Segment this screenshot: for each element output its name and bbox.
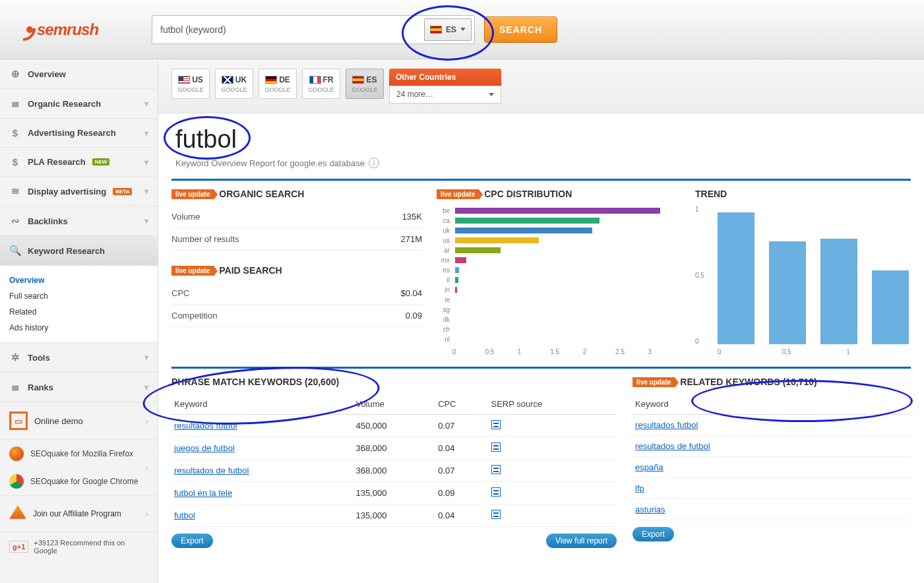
axis-tick: 1.5 (550, 348, 582, 355)
sidebar-item-overview[interactable]: ⊕Overview (0, 59, 158, 89)
keyword-link[interactable]: resultados de futbol (174, 466, 249, 476)
country-sub: GOOGLE (264, 86, 290, 93)
seoquake-chrome-link[interactable]: SEOquake for Google Chrome (0, 468, 158, 495)
country-code: ES (366, 75, 377, 84)
chevron-down-icon: ▾ (144, 99, 148, 108)
cpc-country-label: be (437, 207, 450, 214)
serp-source-icon[interactable] (491, 443, 501, 452)
subnav-full-search[interactable]: Full search (0, 288, 158, 304)
country-sub: GOOGLE (352, 86, 377, 93)
export-button[interactable]: Export (171, 534, 213, 548)
cpc-country-label: es (437, 266, 450, 274)
country-tab-es[interactable]: ESGOOGLE (346, 69, 384, 99)
cpc-country-label: uk (437, 227, 450, 234)
sidebar-item-keyword-research[interactable]: 🔍Keyword Research (0, 236, 158, 266)
country-tab-de[interactable]: DEGOOGLE (259, 69, 297, 99)
online-demo-link[interactable]: ▭ Online demo › (0, 402, 158, 440)
search-input[interactable] (160, 24, 424, 35)
database-select-label: ES (446, 25, 456, 34)
country-code: FR (323, 75, 334, 84)
trend-bar (820, 239, 857, 344)
search-button[interactable]: SEARCH (484, 16, 557, 43)
metric-value: 271M (400, 234, 422, 244)
keyword-link[interactable]: resultados futbol (174, 421, 237, 431)
chevron-down-icon: ▾ (144, 353, 148, 362)
keyword-link[interactable]: futbol en la tele (174, 488, 232, 498)
search-box: ES (152, 15, 475, 44)
sidebar-item-organic-research[interactable]: ≣Organic Research▾ (0, 89, 158, 119)
cpc-bar (455, 287, 457, 293)
view-full-report-button[interactable]: View full report (546, 534, 617, 548)
volume-cell: 450,000 (353, 415, 435, 437)
flag-es-icon (352, 76, 364, 84)
metric-value: 135K (402, 212, 422, 222)
subnav-related[interactable]: Related (0, 304, 158, 320)
sidebar-item-tools[interactable]: ✲Tools▾ (0, 343, 158, 373)
sidebar-item-advertising-research[interactable]: $Advertising Research▾ (0, 119, 158, 148)
monitor-icon: ▭ (9, 412, 28, 430)
metric-value: 0.09 (406, 311, 422, 321)
metric-label: Competition (171, 311, 217, 321)
axis-tick: 0 (718, 348, 782, 355)
sidebar-item-label: Organic Research (28, 99, 101, 109)
nav-icon: ∾ (9, 215, 21, 227)
badge-new: NEW (92, 158, 110, 166)
live-update-badge: live update (437, 189, 479, 199)
flag-es-icon (430, 26, 442, 34)
info-icon[interactable]: i (369, 158, 379, 168)
sidebar-item-label: Display advertising (28, 187, 106, 197)
table-header: CPC (435, 394, 488, 415)
seoquake-chrome-label: SEOquake for Google Chrome (30, 477, 138, 486)
country-tab-fr[interactable]: FRGOOGLE (302, 69, 340, 99)
sidebar-item-pla-research[interactable]: $PLA ResearchNEW▾ (0, 148, 158, 177)
keyword-link[interactable]: españa (635, 462, 663, 472)
keyword-link[interactable]: juegos de futbol (174, 443, 235, 453)
serp-source-icon[interactable] (491, 465, 501, 474)
flag-uk-icon (222, 76, 233, 84)
seoquake-firefox-link[interactable]: SEOquake for Mozilla Firefox (0, 440, 158, 468)
serp-source-icon[interactable] (491, 510, 501, 519)
table-row: resultados futbol (632, 415, 911, 436)
trend-bar (769, 241, 806, 344)
cpc-distribution-chart: becaukusarmxesiliniesgdkchnl00.511.522.5… (437, 206, 681, 355)
sidebar-item-ranks[interactable]: ≣Ranks▾ (0, 373, 158, 402)
serp-source-icon[interactable] (491, 487, 501, 497)
logo[interactable]: semrush (13, 20, 152, 39)
database-select[interactable]: ES (424, 18, 472, 41)
country-sub: GOOGLE (177, 86, 203, 93)
chevron-right-icon: › (146, 416, 148, 426)
google-plus-widget[interactable]: g+1 +39123 Recommend this on Google (0, 532, 158, 561)
country-tab-uk[interactable]: UKGOOGLE (215, 69, 253, 99)
other-countries-dropdown[interactable]: 24 more… (389, 86, 501, 104)
keyword-link[interactable]: resultados de futbol (635, 441, 710, 451)
chevron-down-icon (489, 93, 494, 96)
cpc-bar (455, 267, 459, 273)
table-row: lfp (632, 478, 911, 499)
export-button[interactable]: Export (632, 527, 674, 541)
affiliate-link[interactable]: Join our Affiliate Program › (0, 496, 158, 532)
serp-source-icon[interactable] (491, 420, 501, 429)
flag-us-icon (178, 76, 190, 84)
subnav-overview[interactable]: Overview (0, 272, 158, 288)
live-update-badge: live update (171, 189, 214, 199)
cpc-bar (455, 247, 501, 253)
volume-cell: 368,000 (353, 460, 435, 482)
cpc-bar (455, 208, 660, 214)
sidebar-item-display-advertising[interactable]: ≋Display advertisingBETA▾ (0, 177, 158, 206)
sidebar-item-backlinks[interactable]: ∾Backlinks▾ (0, 206, 158, 236)
gplus-badge: g+1 (9, 541, 28, 553)
paid-search-heading: PAID SEARCH (219, 265, 282, 276)
sidebar-item-label: Tools (28, 353, 50, 363)
country-tab-us[interactable]: USGOOGLE (171, 69, 210, 99)
keyword-link[interactable]: lfp (635, 483, 644, 493)
keyword-link[interactable]: asturias (635, 505, 665, 514)
seoquake-firefox-label: SEOquake for Mozilla Firefox (30, 449, 133, 458)
trend-chart: 10.5000.51 (695, 206, 911, 357)
cpc-country-label: ar (437, 247, 450, 254)
country-sub: GOOGLE (308, 86, 334, 93)
subnav-ads-history[interactable]: Ads history (0, 320, 158, 336)
keyword-link[interactable]: resultados futbol (635, 420, 698, 430)
cpc-country-label: ca (437, 217, 450, 224)
keyword-link[interactable]: futbol (174, 510, 195, 520)
trend-bar (718, 212, 755, 344)
